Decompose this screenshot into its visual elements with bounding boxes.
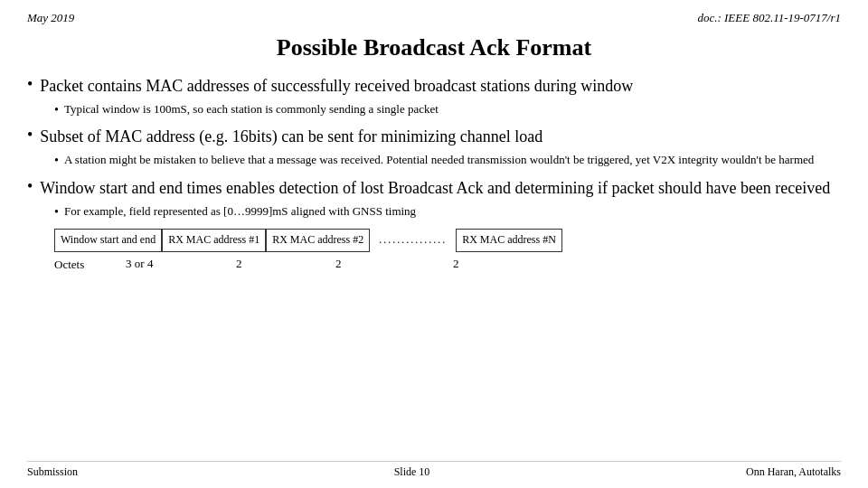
bullet-text-1: Packet contains MAC addresses of success… <box>40 74 633 98</box>
table-header-0: Window start and end <box>54 229 162 251</box>
octet-3: 2 <box>406 254 505 275</box>
octet-2: 2 <box>288 254 388 275</box>
bullet-dot-3: • <box>27 174 33 198</box>
date-label: May 2019 <box>27 11 74 25</box>
sub-text-2-1: A station might be mistaken to believe t… <box>64 152 814 169</box>
sub-text-1-1: Typical window is 100mS, so each station… <box>64 101 439 118</box>
bullet-main-1: • Packet contains MAC addresses of succe… <box>27 74 841 98</box>
table-header-3: RX MAC address #N <box>456 229 562 251</box>
slide-content: • Packet contains MAC addresses of succe… <box>27 74 841 457</box>
section-1: • Packet contains MAC addresses of succe… <box>27 74 841 119</box>
slide-footer: Submission Slide 10 Onn Haran, Autotalks <box>27 461 841 479</box>
table-section: Window start and end RX MAC address #1 R… <box>54 229 841 276</box>
octet-0: 3 or 4 <box>90 254 189 275</box>
octet-1: 2 <box>189 254 288 275</box>
bullet-main-3: • Window start and end times enables det… <box>27 176 841 200</box>
table-header-2: RX MAC address #2 <box>266 229 370 251</box>
section-2: • Subset of MAC address (e.g. 16bits) ca… <box>27 125 841 170</box>
bullet-text-2: Subset of MAC address (e.g. 16bits) can … <box>40 125 542 148</box>
table-octet-row: 3 or 4 2 2 2 <box>90 254 505 275</box>
sub-dot-2-1: • <box>54 152 59 170</box>
doc-label: doc.: IEEE 802.11-19-0717/r1 <box>697 11 841 25</box>
table-octets-label-row: Octets 3 or 4 2 2 2 <box>54 254 841 277</box>
bullet-text-3: Window start and end times enables detec… <box>40 176 830 200</box>
footer-right: Onn Haran, Autotalks <box>746 465 841 479</box>
sub-bullet-2-1: • A station might be mistaken to believe… <box>54 152 841 170</box>
table-dots: ............... <box>370 230 456 250</box>
bullet-main-2: • Subset of MAC address (e.g. 16bits) ca… <box>27 125 841 148</box>
slide: May 2019 doc.: IEEE 802.11-19-0717/r1 Po… <box>0 0 868 488</box>
sub-dot-3-1: • <box>54 203 59 221</box>
section-3: • Window start and end times enables det… <box>27 176 841 277</box>
table-header-1: RX MAC address #1 <box>162 229 266 251</box>
sub-bullet-1-1: • Typical window is 100mS, so each stati… <box>54 101 841 119</box>
bullet-dot-1: • <box>27 72 33 96</box>
octet-dots-spacer <box>388 261 406 267</box>
slide-title: Possible Broadcast Ack Format <box>27 34 841 61</box>
table-header-row: Window start and end RX MAC address #1 R… <box>54 229 841 251</box>
bullet-dot-2: • <box>27 123 33 146</box>
octets-label: Octets <box>54 257 84 274</box>
sub-text-3-1: For example, field represented as [0…999… <box>64 203 416 221</box>
sub-bullet-3-1: • For example, field represented as [0…9… <box>54 203 841 221</box>
slide-header: May 2019 doc.: IEEE 802.11-19-0717/r1 <box>27 11 841 25</box>
footer-left: Submission <box>27 465 78 479</box>
sub-dot-1-1: • <box>54 101 59 119</box>
footer-center: Slide 10 <box>394 465 430 479</box>
